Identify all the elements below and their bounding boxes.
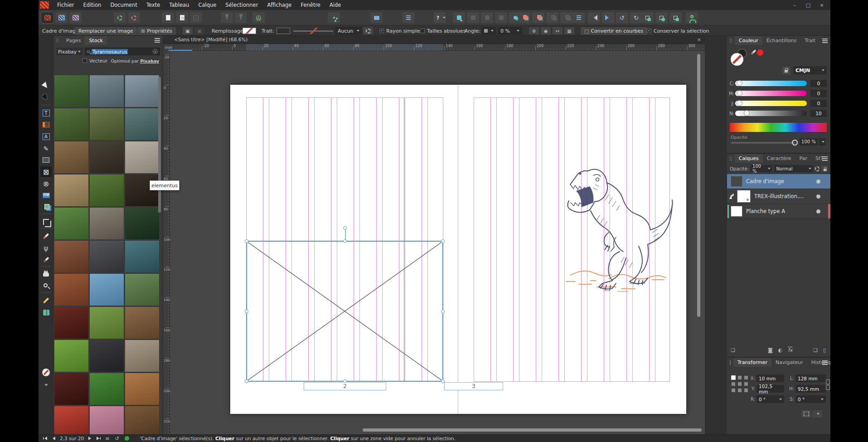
app-logo-icon[interactable]: [40, 1, 49, 9]
trex-illustration[interactable]: [563, 165, 677, 294]
close-document-icon[interactable]: ×: [697, 37, 701, 43]
stock-thumbnail[interactable]: [125, 175, 159, 206]
anchor-cell[interactable]: [744, 376, 748, 379]
color-spectrum-bar[interactable]: [730, 123, 827, 132]
stock-thumbnail[interactable]: [54, 175, 88, 206]
stock-thumbnail[interactable]: [125, 75, 159, 107]
anchor-cell[interactable]: [732, 389, 735, 392]
stock-thumbnail[interactable]: [90, 175, 124, 206]
divide-boolean-button[interactable]: [495, 12, 507, 23]
shortcuts-button[interactable]: [434, 12, 446, 23]
stock-thumbnail[interactable]: [125, 340, 159, 372]
mask-layer-icon[interactable]: ◙: [768, 347, 773, 353]
vertical-ruler[interactable]: -20020406080100120140160180200220: [163, 51, 170, 434]
disabled-page-button[interactable]: [190, 12, 202, 23]
close-button[interactable]: ×: [815, 0, 829, 10]
table-tool[interactable]: [40, 119, 52, 130]
rectangle-tool[interactable]: [40, 155, 52, 165]
document-setup-button[interactable]: [162, 12, 174, 23]
rotation-handle[interactable]: [343, 226, 347, 230]
anchor-cell[interactable]: [738, 376, 742, 379]
opacity-slider-knob[interactable]: [792, 140, 798, 146]
transform-mode-button[interactable]: [801, 410, 811, 418]
frame-fit-button[interactable]: ▣: [183, 27, 193, 34]
opacity-value[interactable]: 100 %: [800, 138, 818, 146]
anchor-point-selector[interactable]: [732, 376, 749, 393]
add-boolean-button[interactable]: [453, 12, 465, 23]
fill-none-swatch[interactable]: [40, 367, 52, 378]
slider-value[interactable]: 10: [810, 110, 827, 117]
document-tab[interactable]: <Sans titre> [Modifié] (68.6%): [174, 37, 247, 42]
stock-thumbnail[interactable]: [125, 274, 159, 306]
pin-button[interactable]: [221, 12, 233, 23]
tab-stt[interactable]: StT: [811, 154, 828, 163]
show-box-button[interactable]: ◉: [541, 27, 551, 34]
vector-brush-tool[interactable]: [40, 231, 52, 242]
absolute-sizes-checkbox[interactable]: Tailles absolues: [420, 26, 466, 36]
field-input[interactable]: 0 °: [756, 395, 784, 403]
place-image-tool[interactable]: [40, 190, 52, 201]
clear-search-icon[interactable]: ×: [153, 49, 158, 54]
node-tool[interactable]: [40, 93, 52, 104]
resize-handle-nw[interactable]: [245, 239, 248, 243]
stock-thumbnail[interactable]: [90, 208, 124, 239]
first-page-button[interactable]: [43, 437, 47, 440]
lock-icon[interactable]: [782, 67, 790, 74]
comment-button[interactable]: [370, 12, 383, 23]
vector-checkbox[interactable]: [82, 58, 87, 63]
flip-vertical-button[interactable]: [602, 12, 614, 23]
panel-grip-icon[interactable]: [730, 360, 731, 365]
panel-splitter[interactable]: [705, 36, 727, 434]
menu-tableau[interactable]: Tableau: [165, 0, 194, 10]
anchor-cell[interactable]: [744, 382, 748, 386]
anchor-cell[interactable]: [744, 389, 748, 392]
delete-layer-icon[interactable]: ▯: [823, 347, 826, 353]
move-to-front-button[interactable]: [518, 12, 530, 23]
menu-sélectionner[interactable]: Sélectionner: [221, 0, 262, 10]
tab-stock[interactable]: Stock: [85, 36, 107, 45]
field-input[interactable]: 102,5 mm: [756, 385, 784, 393]
move-forward-button[interactable]: [532, 12, 544, 23]
stock-thumbnail[interactable]: [125, 406, 159, 434]
resize-handle-n[interactable]: [343, 239, 347, 243]
stock-thumbnail[interactable]: [125, 208, 159, 239]
tab-par[interactable]: Par: [795, 154, 811, 163]
stock-thumbnail[interactable]: [125, 373, 159, 405]
section-manager-button[interactable]: [176, 12, 188, 23]
convert-to-curves-button[interactable]: □Convertir en courbes: [581, 27, 647, 35]
stock-thumbnail[interactable]: [54, 307, 88, 339]
slider-value[interactable]: 0: [810, 100, 827, 107]
link-dimensions-icon[interactable]: [826, 379, 829, 389]
panel-menu-icon[interactable]: [822, 39, 828, 39]
tab-caractère[interactable]: Caractère: [763, 154, 795, 163]
stock-thumbnail[interactable]: [90, 274, 124, 306]
tab-transformer[interactable]: Transformer: [733, 358, 771, 367]
stock-thumbnail[interactable]: [54, 373, 88, 405]
page-indicator[interactable]: 2,3 sur 20: [60, 436, 84, 441]
slider-value[interactable]: 0: [810, 90, 827, 97]
page-spread[interactable]: 2 3: [230, 85, 686, 414]
stock-thumbnail[interactable]: [125, 108, 159, 140]
next-page-button[interactable]: [88, 437, 93, 440]
stock-thumbnail[interactable]: [90, 141, 124, 173]
photo-persona-button[interactable]: [69, 12, 82, 23]
move-tool[interactable]: [40, 81, 52, 92]
lock-layer-icon[interactable]: [822, 165, 827, 172]
tab-historique[interactable]: Historique: [807, 358, 830, 367]
field-input[interactable]: 10 mm: [756, 374, 784, 382]
pipette-icon[interactable]: [751, 49, 756, 55]
resize-handle-ne[interactable]: [441, 239, 445, 243]
stock-thumbnail[interactable]: [90, 340, 124, 372]
tab-trait[interactable]: Trait: [800, 36, 820, 45]
menu-edition[interactable]: Edition: [79, 0, 106, 10]
stock-thumbnail[interactable]: [54, 75, 88, 107]
artistic-text-tool[interactable]: A: [40, 131, 52, 142]
stock-thumbnail[interactable]: [90, 373, 124, 405]
selected-picture-frame[interactable]: [246, 241, 443, 382]
stock-thumbnail[interactable]: [54, 141, 88, 173]
rotate-cw-button[interactable]: [630, 12, 642, 23]
stroke-style-select[interactable]: Aucun: [335, 27, 362, 34]
tools-expand-chevron[interactable]: [40, 380, 52, 391]
subtract-boolean-button[interactable]: [467, 12, 479, 23]
layer-thumbnail[interactable]: [731, 176, 742, 187]
